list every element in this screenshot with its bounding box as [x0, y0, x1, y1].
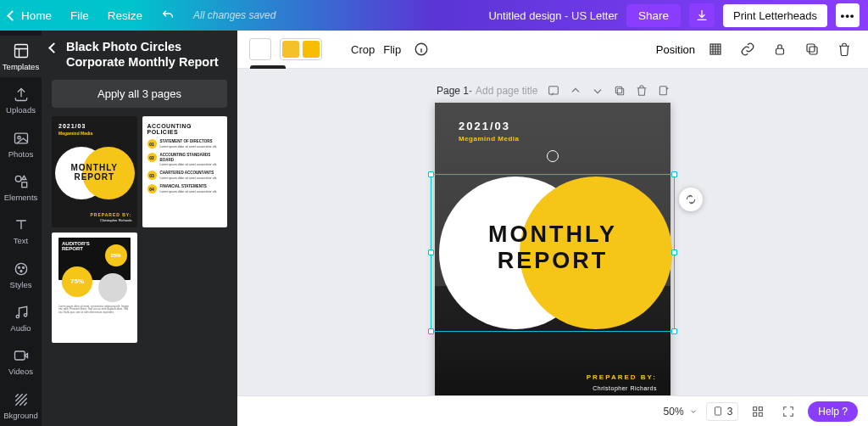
selection-handle[interactable]: [671, 171, 677, 177]
svg-point-2: [17, 136, 19, 138]
svg-rect-11: [14, 351, 25, 360]
svg-rect-25: [760, 412, 763, 416]
panel-back-button[interactable]: [48, 42, 59, 53]
print-button[interactable]: Print Letterheads: [723, 4, 827, 27]
rail-elements[interactable]: Elements: [0, 166, 42, 208]
templates-panel: Black Photo Circles Corporate Monthly Re…: [42, 31, 237, 426]
template-page-thumb-2[interactable]: ACCOUNTING POLICIES 01STATEMENT OF DIREC…: [142, 116, 228, 227]
sync-icon: [547, 150, 559, 162]
file-menu[interactable]: File: [70, 9, 89, 22]
page-1-header: Page 1 - Add page title: [437, 84, 670, 98]
svg-point-7: [22, 266, 24, 268]
rail-text[interactable]: Text: [0, 210, 42, 251]
rail-videos[interactable]: Videos: [0, 340, 42, 382]
svg-rect-19: [615, 87, 621, 92]
color-swatch-yellow-1[interactable]: [282, 41, 299, 58]
rail-styles[interactable]: Styles: [0, 254, 42, 295]
svg-rect-23: [760, 406, 763, 410]
svg-rect-0: [14, 44, 27, 57]
color-swatch-white[interactable]: [249, 38, 271, 60]
svg-rect-24: [754, 412, 757, 416]
page-1-title-input[interactable]: Add page title: [476, 85, 537, 97]
rail-photos[interactable]: Photos: [0, 123, 42, 165]
zoom-control[interactable]: 50%: [664, 406, 698, 418]
duplicate-icon[interactable]: [800, 37, 824, 61]
svg-rect-21: [715, 406, 721, 414]
rail-uploads[interactable]: Uploads: [0, 79, 42, 121]
page-notes-icon[interactable]: [547, 84, 560, 98]
template-page-thumb-1[interactable]: 2021/03 Megamind Media MONTHLYREPORT PRE…: [52, 116, 137, 227]
svg-rect-18: [617, 88, 623, 94]
workspace: Crop Flip Position Color Page 1 - Add p: [237, 31, 868, 426]
selection-box[interactable]: [431, 174, 675, 332]
help-button[interactable]: Help ?: [808, 401, 858, 422]
page-1-label: Page 1: [437, 85, 469, 97]
selection-handle[interactable]: [428, 328, 434, 334]
resize-menu[interactable]: Resize: [108, 9, 142, 22]
svg-rect-14: [776, 48, 784, 54]
svg-point-5: [15, 263, 26, 274]
download-button[interactable]: [689, 3, 715, 27]
design-name[interactable]: Untitled design - US Letter: [488, 9, 617, 22]
rail-audio[interactable]: Audio: [0, 297, 42, 339]
prepared-by-label[interactable]: PREPARED BY:: [587, 373, 657, 381]
apply-all-pages-button[interactable]: Apply all 3 pages: [52, 80, 227, 108]
left-rail: Templates Uploads Photos Elements Text S…: [0, 31, 42, 426]
rail-templates[interactable]: Templates: [0, 36, 42, 77]
color-swatch-yellow-2[interactable]: [303, 41, 320, 58]
home-button[interactable]: Home: [8, 9, 52, 22]
top-bar: Home File Resize All changes saved Untit…: [0, 0, 868, 31]
svg-rect-15: [810, 47, 817, 54]
svg-rect-4: [21, 182, 26, 188]
info-icon[interactable]: [409, 37, 433, 61]
context-toolbar: Crop Flip Position Color: [237, 31, 868, 69]
more-button[interactable]: •••: [836, 3, 860, 27]
svg-point-3: [15, 176, 21, 182]
canvas-area[interactable]: Page 1 - Add page title 2021/03: [237, 69, 868, 395]
chevron-left-icon: [7, 10, 18, 21]
share-button[interactable]: Share: [626, 4, 681, 27]
svg-point-8: [20, 270, 22, 272]
svg-rect-22: [754, 406, 757, 410]
page-move-up-icon[interactable]: [569, 84, 582, 98]
svg-rect-1: [14, 133, 27, 143]
template-page-thumb-3[interactable]: AUDITOR'SREPORT 25% 75% Lorem ipsum dolo…: [52, 233, 137, 344]
link-icon[interactable]: [736, 37, 760, 61]
svg-rect-20: [659, 87, 666, 95]
svg-point-9: [16, 315, 19, 317]
svg-point-10: [24, 314, 26, 317]
svg-rect-16: [807, 44, 815, 52]
page-duplicate-icon[interactable]: [613, 84, 626, 98]
selection-handle[interactable]: [671, 249, 677, 255]
doc-subtitle[interactable]: Megamind Media: [459, 135, 519, 143]
lock-icon[interactable]: [768, 37, 792, 61]
save-status: All changes saved: [193, 9, 275, 21]
page-count-control[interactable]: 3: [706, 402, 739, 421]
selection-handle[interactable]: [428, 249, 434, 255]
footer-bar: 50% 3 Help ?: [237, 395, 868, 426]
undo-button[interactable]: [161, 8, 175, 22]
page-move-down-icon[interactable]: [591, 84, 604, 98]
svg-rect-17: [549, 87, 559, 94]
page-add-icon[interactable]: [657, 84, 670, 98]
floating-duplicate-button[interactable]: [679, 188, 703, 211]
page-delete-icon[interactable]: [635, 84, 648, 98]
selection-handle[interactable]: [671, 328, 677, 334]
transparency-icon[interactable]: [704, 37, 727, 61]
grid-view-toggle[interactable]: [747, 402, 769, 421]
svg-point-6: [18, 266, 19, 268]
prepared-by-name[interactable]: Christopher Richards: [593, 385, 657, 391]
selection-handle[interactable]: [428, 171, 434, 177]
template-title: Black Photo Circles Corporate Monthly Re…: [66, 39, 225, 70]
trash-icon[interactable]: [832, 37, 856, 61]
crop-button[interactable]: Crop: [351, 43, 375, 56]
page-1[interactable]: 2021/03 Megamind Media MONTHLYREPORT PRE…: [435, 103, 670, 395]
doc-date[interactable]: 2021/03: [459, 120, 510, 132]
flip-button[interactable]: Flip: [383, 43, 401, 56]
fullscreen-toggle[interactable]: [777, 402, 799, 421]
position-button[interactable]: Position: [656, 43, 695, 56]
rail-background[interactable]: Bkground: [0, 384, 42, 426]
home-label: Home: [21, 9, 52, 22]
